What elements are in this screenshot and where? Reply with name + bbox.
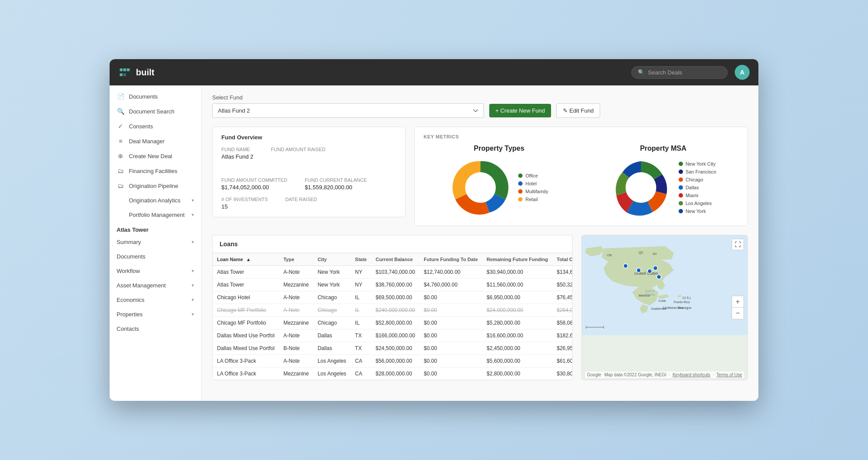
sidebar-label-properties: Properties bbox=[117, 311, 142, 318]
cell-total-commitment: $182,600,000.00 bbox=[552, 329, 572, 342]
svg-text:Cuba: Cuba bbox=[658, 299, 666, 302]
cell-remaining-future: $16,600,000.00 bbox=[482, 329, 552, 342]
table-row: LA Office 3-Pack Mezzanine Los Angeles C… bbox=[213, 368, 572, 380]
legend-hotel: Hotel bbox=[518, 181, 548, 186]
sidebar-item-contacts[interactable]: Contacts bbox=[110, 322, 201, 336]
sidebar-item-workflow[interactable]: Workflow ▾ bbox=[110, 264, 201, 278]
map-expand-button[interactable]: ⛶ bbox=[732, 239, 744, 250]
cell-future-funding: $0.00 bbox=[420, 304, 482, 317]
property-types-chart: Property Types bbox=[423, 145, 574, 218]
svg-text:(U.S.): (U.S.) bbox=[683, 296, 690, 300]
amount-committed-label: Fund Amount Committed bbox=[221, 177, 287, 183]
col-future-funding: Future Funding To Date bbox=[420, 253, 482, 266]
svg-point-16 bbox=[653, 266, 658, 270]
cell-state: TX bbox=[351, 342, 371, 355]
map-data-text: Map data ©2022 Google, INEGI bbox=[604, 372, 666, 377]
top-nav: built 🔍 Search Deals A bbox=[110, 59, 758, 85]
sidebar-label-summary: Summary bbox=[117, 239, 141, 245]
cell-type: A-Note bbox=[279, 329, 313, 342]
fund-selector-row: Atlas Fund 2 Atlas Fund 1 Atlas Fund 3 +… bbox=[212, 103, 748, 118]
sidebar-item-create-new-deal[interactable]: ⊕ Create New Deal bbox=[110, 149, 201, 163]
cell-remaining-future: $24,000,000.00 bbox=[482, 304, 552, 317]
doc-search-icon: 🔍 bbox=[117, 108, 125, 115]
col-state: State bbox=[351, 253, 371, 266]
cell-total-commitment: $264,000,000.00 bbox=[552, 304, 572, 317]
map-zoom-in[interactable]: + bbox=[732, 296, 743, 308]
sidebar-item-asset-management[interactable]: Asset Management ▾ bbox=[110, 278, 201, 293]
sidebar-label-economics: Economics bbox=[117, 297, 145, 303]
svg-point-19 bbox=[623, 264, 628, 268]
sidebar-item-properties[interactable]: Properties ▾ bbox=[110, 307, 201, 322]
cell-remaining-future: $11,560,000.00 bbox=[482, 279, 552, 291]
keyboard-shortcuts[interactable]: Keyboard shortcuts bbox=[672, 372, 710, 377]
svg-point-1 bbox=[626, 172, 656, 203]
investments-label: # of Investments bbox=[221, 197, 268, 202]
sidebar-item-document-search[interactable]: 🔍 Document Search bbox=[110, 104, 201, 119]
cell-type: A-Note bbox=[279, 355, 313, 368]
cell-city: Dallas bbox=[313, 329, 350, 342]
col-loan-name[interactable]: Loan Name ▲ bbox=[213, 253, 279, 266]
sidebar-label-consents: Consents bbox=[129, 123, 153, 130]
cell-loan-name: Chicago MF Portfolio bbox=[213, 304, 279, 317]
create-fund-button[interactable]: + Create New Fund bbox=[489, 104, 551, 117]
search-icon: 🔍 bbox=[638, 69, 644, 75]
date-raised-label: Date Raised bbox=[285, 197, 317, 202]
sidebar-label-financing: Financing Facilities bbox=[129, 168, 178, 174]
cell-current-balance: $52,800,000.00 bbox=[371, 317, 420, 329]
economics-chevron: ▾ bbox=[192, 297, 194, 303]
loans-table: Loan Name ▲ Type City State Current Bala… bbox=[213, 253, 572, 380]
svg-text:QC: QC bbox=[639, 251, 644, 255]
sidebar-item-economics[interactable]: Economics ▾ bbox=[110, 293, 201, 307]
table-row: Atlas Tower Mezzanine New York NY $38,76… bbox=[213, 279, 572, 291]
svg-point-20 bbox=[657, 275, 661, 279]
loans-section-title: Loans bbox=[213, 235, 572, 253]
sidebar-item-financing-facilities[interactable]: 🗂 Financing Facilities bbox=[110, 163, 201, 178]
search-placeholder: Search Deals bbox=[648, 69, 682, 76]
terms-link[interactable]: Terms of Use bbox=[716, 372, 742, 377]
legend-miami: Miami bbox=[679, 193, 716, 198]
main-content: Select Fund Atlas Fund 2 Atlas Fund 1 At… bbox=[202, 85, 758, 401]
edit-fund-button[interactable]: ✎ Edit Fund bbox=[556, 103, 600, 118]
map-svg: United States Mexico Guatemala Cuba Cari… bbox=[582, 235, 748, 335]
cell-type: B-Note bbox=[279, 342, 313, 355]
sidebar-item-summary[interactable]: Summary ▾ bbox=[110, 235, 201, 249]
map-zoom-out[interactable]: − bbox=[732, 308, 743, 319]
cell-future-funding: $12,740,000.00 bbox=[420, 266, 482, 279]
analytics-chevron: ▾ bbox=[192, 198, 194, 203]
fund-amount-committed-metric: Fund Amount Committed $1,744,052,000.00 bbox=[221, 177, 287, 191]
sidebar-item-portfolio-management[interactable]: Portfolio Management ▾ bbox=[110, 208, 201, 222]
sidebar-item-consents[interactable]: ✓ Consents bbox=[110, 119, 201, 134]
cell-current-balance: $166,000,000.00 bbox=[371, 329, 420, 342]
legend-nyc: New York City bbox=[679, 161, 716, 166]
sidebar-item-origination-analytics[interactable]: Origination Analytics ▾ bbox=[110, 193, 201, 208]
cell-city: Chicago bbox=[313, 317, 350, 329]
property-msa-legend: New York City San Francisco bbox=[679, 161, 716, 214]
sidebar-item-deal-manager[interactable]: ≡ Deal Manager bbox=[110, 134, 201, 149]
consents-icon: ✓ bbox=[117, 123, 125, 130]
legend-la: Los Angeles bbox=[679, 201, 716, 206]
col-remaining-future: Remaining Future Funding bbox=[482, 253, 552, 266]
fund-select[interactable]: Atlas Fund 2 Atlas Fund 1 Atlas Fund 3 bbox=[212, 103, 484, 118]
fund-name-metric: Fund Name Atlas Fund 2 bbox=[221, 147, 253, 160]
col-current-balance: Current Balance bbox=[371, 253, 420, 266]
legend-office: Office bbox=[518, 173, 548, 178]
sidebar-item-group-documents[interactable]: Documents bbox=[110, 249, 201, 264]
table-row: LA Office 3-Pack A-Note Los Angeles CA $… bbox=[213, 355, 572, 368]
search-bar[interactable]: 🔍 Search Deals bbox=[631, 66, 728, 79]
cell-state: IL bbox=[351, 291, 371, 304]
deal-manager-icon: ≡ bbox=[117, 138, 125, 145]
fund-name-label: Fund Name bbox=[221, 147, 253, 152]
table-row: Dallas Mixed Use Portfol B-Note Dallas T… bbox=[213, 342, 572, 355]
cell-current-balance: $38,760,000.00 bbox=[371, 279, 420, 291]
cell-total-commitment: $30,800,000.00 bbox=[552, 368, 572, 380]
amount-raised-label: Fund Amount Raised bbox=[271, 147, 325, 152]
legend-chicago: Chicago bbox=[679, 177, 716, 182]
cell-state: CA bbox=[351, 355, 371, 368]
table-row: Dallas Mixed Use Portfol A-Note Dallas T… bbox=[213, 329, 572, 342]
loans-section: Loans Loan Name ▲ Type bbox=[212, 235, 573, 380]
cell-city: Los Angeles bbox=[313, 368, 350, 380]
sidebar-item-origination-pipeline[interactable]: 🗂 Origination Pipeline bbox=[110, 178, 201, 193]
fund-selector-label: Select Fund bbox=[212, 94, 748, 101]
user-avatar[interactable]: A bbox=[735, 65, 750, 80]
sidebar-item-documents[interactable]: 📄 Documents bbox=[110, 89, 201, 104]
